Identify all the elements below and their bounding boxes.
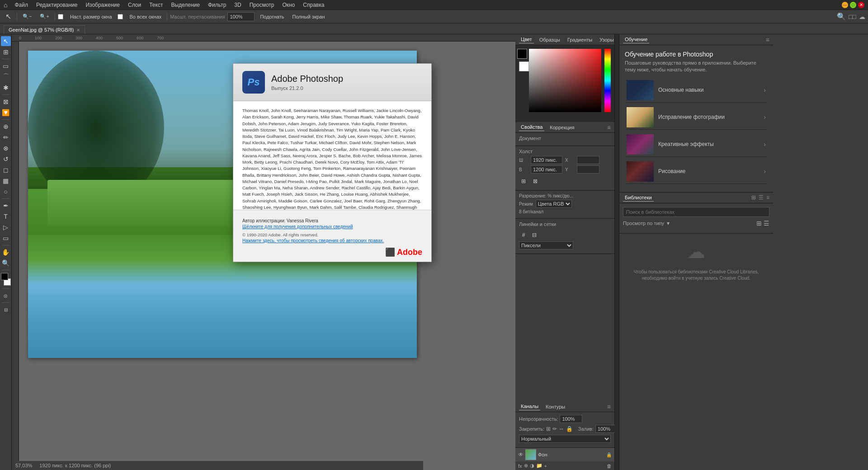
- layer-eye-icon[interactable]: 👁: [518, 451, 524, 458]
- opacity-input[interactable]: [560, 415, 582, 423]
- lock-icon-2[interactable]: ✏: [552, 426, 557, 432]
- illustration-link[interactable]: Щёлкните для получения дополнительных св…: [242, 224, 353, 229]
- lock-icon-1[interactable]: ⊞: [546, 426, 551, 432]
- lock-icon-3[interactable]: ↔: [559, 426, 564, 432]
- pen-tool[interactable]: ✒: [1, 201, 11, 211]
- lasso-tool[interactable]: ⌒: [1, 72, 11, 82]
- menu-image[interactable]: Изображение: [82, 1, 123, 9]
- quick-mask-btn[interactable]: ◎: [1, 291, 11, 301]
- channels-more[interactable]: ≡: [607, 403, 611, 410]
- learn-card-effects[interactable]: Креативные эффекты ›: [625, 132, 768, 157]
- add-adj-icon[interactable]: ◑: [530, 463, 534, 469]
- close-button[interactable]: ✕: [858, 2, 864, 8]
- cloud-icon[interactable]: ☁: [859, 13, 865, 20]
- search-icon[interactable]: 🔍: [837, 12, 846, 21]
- delete-layer-icon[interactable]: 🗑: [607, 463, 612, 469]
- fit-canvas-btn[interactable]: Подогнать: [257, 13, 287, 20]
- fit-size-btn[interactable]: Наст. размер окна: [67, 13, 115, 20]
- canvas-icon-2[interactable]: ⊠: [531, 177, 540, 186]
- chevron-down-icon[interactable]: ▾: [667, 220, 670, 226]
- toolbar-zoom-out[interactable]: 🔍−: [20, 13, 34, 20]
- width-input[interactable]: [531, 156, 562, 164]
- grid-view-btn[interactable]: ⊞: [756, 220, 762, 227]
- move-tool[interactable]: ↖: [1, 36, 11, 46]
- eyedropper-tool[interactable]: 🔽: [1, 108, 11, 118]
- list-view-btn[interactable]: ☰: [764, 220, 769, 227]
- restore-button[interactable]: □: [850, 2, 856, 8]
- menu-edit[interactable]: Редактирование: [33, 1, 81, 9]
- document-tab[interactable]: GeenNat.jpg @ 57% (RGB/8) ✕: [4, 25, 85, 34]
- menu-layers[interactable]: Слои: [124, 1, 145, 9]
- menu-3d[interactable]: 3D: [231, 1, 245, 9]
- clone-tool[interactable]: ⊗: [1, 143, 11, 153]
- grid-icon-2[interactable]: ⊟: [530, 230, 539, 240]
- learn-card-photo[interactable]: Исправление фотографии ›: [625, 105, 768, 130]
- color-picker[interactable]: [515, 45, 614, 122]
- menu-window[interactable]: Окно: [278, 1, 298, 9]
- menu-text[interactable]: Текст: [146, 1, 166, 9]
- patterns-tab[interactable]: Узоры: [598, 36, 615, 43]
- libraries-tab[interactable]: Библиотеки: [623, 194, 654, 202]
- properties-tab[interactable]: Свойства: [519, 123, 544, 131]
- menu-home-icon[interactable]: ⌂: [4, 1, 7, 9]
- arrange-icon[interactable]: □□: [849, 13, 856, 20]
- magic-wand-tool[interactable]: ✱: [1, 83, 11, 93]
- history-brush-tool[interactable]: ↺: [1, 154, 11, 164]
- toolbar-zoom-in[interactable]: 🔍+: [37, 13, 52, 20]
- channels-tab[interactable]: Каналы: [519, 403, 540, 410]
- lib-more-btn[interactable]: ≡: [766, 194, 769, 201]
- spot-heal-tool[interactable]: ⊕: [1, 122, 11, 132]
- text-tool[interactable]: T: [1, 212, 11, 221]
- swatches-tab[interactable]: Образцы: [538, 36, 562, 43]
- toolbar-move-btn[interactable]: ↖: [3, 11, 14, 22]
- learn-card-draw[interactable]: Рисование ›: [625, 160, 768, 184]
- menu-select[interactable]: Выделение: [167, 1, 203, 9]
- paths-tab[interactable]: Контуры: [544, 403, 567, 410]
- shape-tool[interactable]: ▭: [1, 233, 11, 243]
- fit-all-checkbox[interactable]: [118, 14, 123, 19]
- gradient-tool[interactable]: ▦: [1, 176, 11, 186]
- screen-mode-btn[interactable]: ⊟: [1, 305, 11, 315]
- y-input[interactable]: [577, 165, 599, 174]
- pixels-select[interactable]: Пиксели: [519, 241, 573, 249]
- lib-collapse-icon[interactable]: ☰: [759, 194, 764, 201]
- brush-tool[interactable]: ✏: [1, 132, 11, 142]
- zoom-input[interactable]: [227, 12, 255, 21]
- canvas-icon-1[interactable]: ⊞: [519, 177, 528, 186]
- correction-tab[interactable]: Коррекция: [548, 124, 576, 131]
- crop-tool[interactable]: ⊠: [1, 97, 11, 107]
- props-more[interactable]: ≡: [607, 124, 611, 131]
- menu-filter[interactable]: Фильтр: [204, 1, 230, 9]
- menu-file[interactable]: Файл: [11, 1, 32, 9]
- background-swatch[interactable]: [519, 61, 529, 71]
- add-mask-icon[interactable]: ⊕: [524, 463, 528, 469]
- fit-size-checkbox[interactable]: [58, 14, 63, 19]
- eraser-tool[interactable]: ◻: [1, 165, 11, 175]
- layer-fon[interactable]: 👁 Фон 🔒: [515, 448, 614, 461]
- path-select-tool[interactable]: ▷: [1, 222, 11, 232]
- gradients-tab[interactable]: Градиенты: [566, 36, 594, 43]
- menu-view[interactable]: Просмотр: [246, 1, 278, 9]
- lib-expand-icon[interactable]: ⊞: [751, 194, 756, 201]
- learn-tab[interactable]: Обучение: [623, 36, 649, 43]
- grid-icon-1[interactable]: #: [519, 230, 528, 240]
- color-hue-bar[interactable]: [604, 49, 611, 112]
- learn-more-btn[interactable]: ≡: [766, 36, 769, 43]
- zoom-tool[interactable]: 🔍: [1, 258, 11, 268]
- height-input[interactable]: [531, 165, 562, 174]
- menu-help[interactable]: Справка: [299, 1, 328, 9]
- mode-select[interactable]: Цвета RGB: [536, 200, 572, 208]
- x-input[interactable]: [577, 156, 599, 164]
- color-tab[interactable]: Цвет: [519, 36, 534, 43]
- learn-card-basics[interactable]: Основные навыки ›: [625, 78, 768, 103]
- fg-color-swatch[interactable]: [1, 273, 8, 280]
- blend-mode-select[interactable]: Нормальный: [519, 435, 611, 443]
- hand-tool[interactable]: ✋: [1, 247, 11, 257]
- dodge-tool[interactable]: ○: [1, 187, 11, 197]
- color-spectrum[interactable]: [529, 49, 601, 112]
- tab-close-btn[interactable]: ✕: [76, 28, 80, 33]
- fit-all-btn[interactable]: Во всех окнах: [127, 13, 165, 20]
- foreground-swatch[interactable]: [517, 49, 527, 59]
- folder-icon[interactable]: 📁: [536, 463, 542, 469]
- libraries-search[interactable]: [623, 207, 769, 217]
